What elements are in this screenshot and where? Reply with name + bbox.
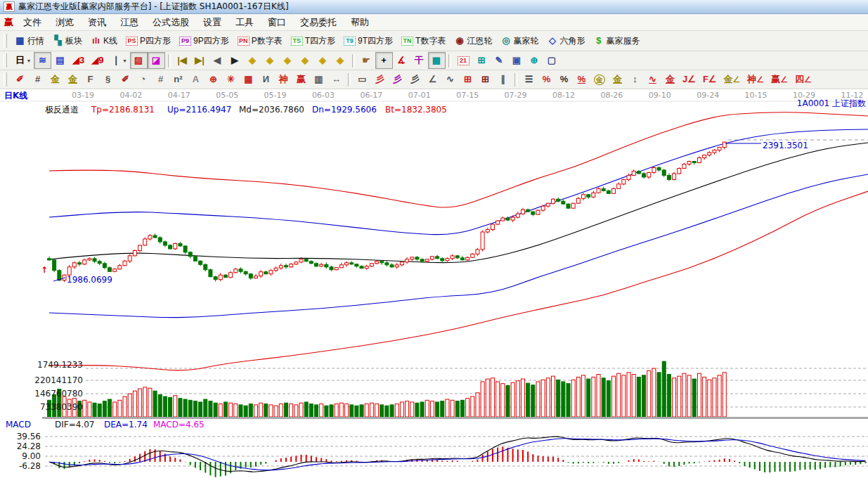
shift-left-button[interactable]: ◈ bbox=[244, 52, 261, 69]
gann-wheel-button[interactable]: ◉江恩轮 bbox=[451, 32, 495, 50]
draw-pin-button[interactable]: ✐ bbox=[11, 71, 29, 88]
gann-circle-button[interactable]: ⊕ bbox=[205, 71, 222, 88]
period-daily-button[interactable]: 日▾ bbox=[11, 52, 34, 69]
bars-9-button[interactable]: ◢9 bbox=[88, 52, 107, 69]
menu-item-浏览[interactable]: 浏览 bbox=[48, 15, 81, 30]
memo-notes-button[interactable]: ✎ bbox=[491, 52, 508, 69]
remote-service-button[interactable]: ▢ bbox=[543, 52, 561, 69]
wave-mark-button[interactable]: И bbox=[257, 71, 275, 88]
candle-style-dropdown[interactable]: ▾ bbox=[123, 58, 126, 64]
menu-item-江恩[interactable]: 江恩 bbox=[113, 15, 145, 30]
calculator-button[interactable]: ⊞ bbox=[473, 52, 491, 69]
percent-underline-button[interactable]: % bbox=[573, 71, 590, 88]
expand-view-button[interactable]: ◈ bbox=[332, 52, 349, 69]
gann-fan-boxed-button[interactable]: 彡 bbox=[389, 71, 406, 88]
toolbar-grip[interactable] bbox=[4, 72, 7, 86]
toolbar-grip[interactable] bbox=[4, 53, 7, 67]
fibonacci-lines-button[interactable]: F bbox=[82, 71, 99, 88]
jump-last-button[interactable]: ▶| bbox=[191, 52, 209, 69]
title-bar[interactable]: 赢 赢家江恩专业版[赢家内部服务平台] - [上证指数 SH1A0001-167… bbox=[0, 0, 868, 14]
p-square-button[interactable]: PSP四方形 bbox=[122, 32, 174, 50]
zoom-x-in-button[interactable]: ◈ bbox=[297, 52, 314, 69]
calendar-button[interactable]: 21 bbox=[454, 52, 473, 69]
stat-table-button[interactable]: ☰ bbox=[520, 71, 538, 88]
gold-ratio-a-button[interactable]: 金 bbox=[46, 71, 64, 88]
yingjia-gann-button[interactable]: 赢 bbox=[292, 71, 310, 88]
menu-item-资讯[interactable]: 资讯 bbox=[81, 15, 113, 30]
t-number-table-button[interactable]: TNT数字表 bbox=[398, 32, 449, 50]
candle-style-button[interactable]: ∣▾ bbox=[107, 52, 129, 69]
gann-fan-button[interactable]: 彡 bbox=[371, 71, 389, 88]
a-angle-tool-button[interactable]: A bbox=[187, 71, 205, 88]
period-lines-button[interactable]: # bbox=[152, 71, 169, 88]
cycle-ruler-button[interactable]: ✐ bbox=[117, 71, 134, 88]
compress-view-button[interactable]: ◈ bbox=[314, 52, 332, 69]
gold-ratio-b-button[interactable]: 金 bbox=[64, 71, 82, 88]
menu-item-公式选股[interactable]: 公式选股 bbox=[145, 15, 196, 30]
menu-item-帮助[interactable]: 帮助 bbox=[344, 15, 376, 30]
crosshair-tool-button[interactable]: + bbox=[375, 52, 393, 69]
menu-item-设置[interactable]: 设置 bbox=[196, 15, 228, 30]
kline-view-button[interactable]: ılıK线 bbox=[87, 32, 121, 50]
gold-underline-red-button[interactable]: 金 bbox=[661, 71, 679, 88]
percent-seven-button[interactable]: % bbox=[538, 71, 555, 88]
angle-measure-button[interactable]: ∡ bbox=[393, 52, 410, 69]
t-square-button[interactable]: TST四方形 bbox=[287, 32, 339, 50]
horizontal-extend-button[interactable]: ↔ bbox=[328, 71, 345, 88]
grid-price-table-button[interactable]: ▥ bbox=[310, 71, 328, 88]
percent-plain-button[interactable]: % bbox=[555, 71, 573, 88]
sector-blocks-button[interactable]: ▚板块 bbox=[49, 32, 86, 50]
vertical-measure-button[interactable]: ↕ bbox=[626, 71, 644, 88]
p-number-table-button[interactable]: PNP数字表 bbox=[234, 32, 286, 50]
measure-frame-button[interactable]: ▭ bbox=[354, 71, 371, 88]
time-cycle-button[interactable]: ◔ bbox=[134, 71, 152, 88]
shen-angle-button[interactable]: 神∠ bbox=[744, 71, 767, 88]
f-angle-button[interactable]: F∠ bbox=[699, 71, 720, 88]
j-angle-button[interactable]: J∠ bbox=[679, 71, 699, 88]
spiral-tool-button[interactable]: § bbox=[99, 71, 117, 88]
price-grid-dark-button[interactable]: ⊞ bbox=[477, 71, 494, 88]
gold-angle-button[interactable]: 金∠ bbox=[720, 71, 744, 88]
toolbar-grip[interactable] bbox=[4, 34, 7, 48]
gann-fan-square-button[interactable]: 彡 bbox=[406, 71, 424, 88]
jump-first-button[interactable]: |◀ bbox=[174, 52, 191, 69]
area-select-button[interactable]: ▩ bbox=[428, 52, 446, 69]
gann-square-grid-button[interactable]: ▦ bbox=[240, 71, 257, 88]
bars-3-button[interactable]: ◢3 bbox=[69, 52, 88, 69]
band-box-red-button[interactable]: ∿ bbox=[644, 71, 661, 88]
winner-wheel-button[interactable]: ◎赢家轮 bbox=[497, 32, 542, 50]
price-grid-red-button[interactable]: ⊞ bbox=[459, 71, 477, 88]
save-data-button[interactable]: ▣ bbox=[508, 52, 526, 69]
gold-circle-tool-button[interactable]: 金 bbox=[590, 71, 609, 88]
zoom-x-out-button[interactable]: ◈ bbox=[279, 52, 297, 69]
net-update-button[interactable]: ⊕ bbox=[526, 52, 543, 69]
parallel-channel-button[interactable]: ∥ bbox=[494, 71, 512, 88]
hand-tool-button[interactable]: ☛ bbox=[358, 52, 375, 69]
shen-gann-button[interactable]: 神 bbox=[275, 71, 292, 88]
t9-square-button[interactable]: T99T四方形 bbox=[340, 32, 396, 50]
p9-square-button[interactable]: P99P四方形 bbox=[176, 32, 233, 50]
info-list-button[interactable]: ▤ bbox=[51, 52, 69, 69]
ying-angle-button[interactable]: 赢∠ bbox=[767, 71, 791, 88]
hexagon-tool-button[interactable]: ◇六角形 bbox=[543, 32, 588, 50]
menu-item-文件[interactable]: 文件 bbox=[16, 15, 48, 30]
gold-section-button[interactable]: 金 bbox=[609, 71, 626, 88]
n-square-button[interactable]: n² bbox=[169, 71, 187, 88]
winner-service-button[interactable]: $赢家服务 bbox=[590, 32, 643, 50]
region-map-button[interactable]: ▨ bbox=[130, 52, 148, 69]
step-back-button[interactable]: ◀ bbox=[209, 52, 226, 69]
gann-split-button[interactable]: 干 bbox=[410, 52, 428, 69]
period-daily-dropdown[interactable]: ▾ bbox=[27, 58, 30, 64]
step-forward-button[interactable]: ▶ bbox=[226, 52, 244, 69]
menu-item-交易委托[interactable]: 交易委托 bbox=[293, 15, 344, 30]
zoom-region-button[interactable]: ≋ bbox=[34, 52, 51, 69]
volume-distribution-button[interactable]: ◪ bbox=[148, 52, 165, 69]
gann-line-tool-button[interactable]: # bbox=[29, 71, 46, 88]
shift-right-button[interactable]: ◈ bbox=[261, 52, 279, 69]
menu-item-工具[interactable]: 工具 bbox=[228, 15, 261, 30]
menu-item-窗口[interactable]: 窗口 bbox=[261, 15, 293, 30]
market-quotes-button[interactable]: ▦行情 bbox=[11, 32, 48, 50]
si-angle-button[interactable]: 四∠ bbox=[791, 71, 815, 88]
zigzag-wave-button[interactable]: ∿ bbox=[441, 71, 459, 88]
gann-star-wheel-button[interactable]: ✳ bbox=[222, 71, 240, 88]
